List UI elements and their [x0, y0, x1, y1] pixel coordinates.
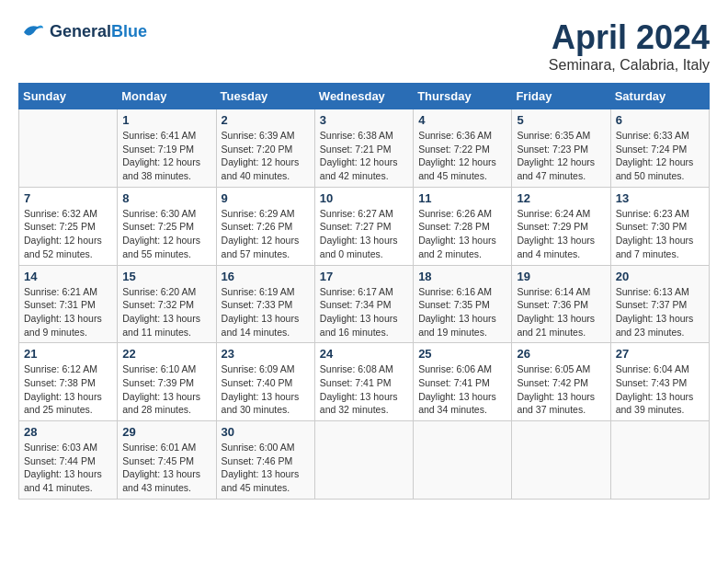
- day-number: 25: [418, 347, 506, 361]
- day-number: 27: [616, 347, 704, 361]
- calendar-cell: [19, 109, 118, 188]
- day-info: Sunrise: 6:08 AMSunset: 7:41 PMDaylight:…: [320, 362, 408, 417]
- calendar-cell: 21Sunrise: 6:12 AMSunset: 7:38 PMDayligh…: [19, 343, 118, 421]
- calendar-cell: 14Sunrise: 6:21 AMSunset: 7:31 PMDayligh…: [19, 265, 118, 343]
- calendar-cell: 13Sunrise: 6:23 AMSunset: 7:30 PMDayligh…: [610, 187, 709, 265]
- day-number: 28: [24, 425, 112, 439]
- day-of-week-header: Friday: [512, 84, 610, 109]
- calendar-cell: 3Sunrise: 6:38 AMSunset: 7:21 PMDaylight…: [314, 109, 413, 188]
- calendar-cell: 16Sunrise: 6:19 AMSunset: 7:33 PMDayligh…: [216, 265, 314, 343]
- day-number: 7: [24, 191, 112, 205]
- title-block: April 2024 Seminara, Calabria, Italy: [549, 18, 710, 74]
- day-info: Sunrise: 6:12 AMSunset: 7:38 PMDaylight:…: [24, 362, 112, 417]
- calendar-cell: 20Sunrise: 6:13 AMSunset: 7:37 PMDayligh…: [610, 265, 709, 343]
- calendar-cell: 12Sunrise: 6:24 AMSunset: 7:29 PMDayligh…: [512, 187, 610, 265]
- day-of-week-header: Tuesday: [216, 84, 314, 109]
- day-number: 8: [122, 191, 210, 205]
- calendar-week-row: 21Sunrise: 6:12 AMSunset: 7:38 PMDayligh…: [19, 343, 710, 421]
- calendar-cell: 9Sunrise: 6:29 AMSunset: 7:26 PMDaylight…: [216, 187, 314, 265]
- day-number: 18: [418, 270, 506, 283]
- calendar-cell: 4Sunrise: 6:36 AMSunset: 7:22 PMDaylight…: [414, 109, 512, 188]
- day-info: Sunrise: 6:13 AMSunset: 7:37 PMDaylight:…: [616, 285, 704, 339]
- month-title: April 2024: [549, 18, 710, 57]
- day-info: Sunrise: 6:19 AMSunset: 7:33 PMDaylight:…: [222, 285, 310, 339]
- calendar-cell: 23Sunrise: 6:09 AMSunset: 7:40 PMDayligh…: [216, 343, 314, 421]
- calendar-cell: [414, 421, 512, 500]
- day-info: Sunrise: 6:09 AMSunset: 7:40 PMDaylight:…: [222, 362, 310, 417]
- calendar-cell: 17Sunrise: 6:17 AMSunset: 7:34 PMDayligh…: [314, 265, 413, 343]
- day-number: 3: [320, 113, 408, 127]
- calendar-cell: 8Sunrise: 6:30 AMSunset: 7:25 PMDaylight…: [118, 187, 216, 265]
- day-info: Sunrise: 6:17 AMSunset: 7:34 PMDaylight:…: [320, 285, 408, 339]
- calendar-cell: 27Sunrise: 6:04 AMSunset: 7:43 PMDayligh…: [610, 343, 709, 421]
- calendar-cell: [314, 421, 413, 500]
- day-info: Sunrise: 6:04 AMSunset: 7:43 PMDaylight:…: [616, 362, 704, 417]
- day-of-week-header: Monday: [118, 84, 216, 109]
- day-of-week-header: Thursday: [414, 84, 512, 109]
- day-info: Sunrise: 6:23 AMSunset: 7:30 PMDaylight:…: [616, 207, 704, 261]
- day-number: 4: [418, 113, 506, 127]
- day-number: 29: [122, 425, 210, 439]
- day-info: Sunrise: 6:39 AMSunset: 7:20 PMDaylight:…: [222, 129, 310, 183]
- day-info: Sunrise: 6:36 AMSunset: 7:22 PMDaylight:…: [418, 129, 506, 183]
- day-of-week-header: Saturday: [610, 84, 709, 109]
- day-info: Sunrise: 6:30 AMSunset: 7:25 PMDaylight:…: [122, 207, 210, 261]
- day-info: Sunrise: 6:10 AMSunset: 7:39 PMDaylight:…: [122, 362, 210, 417]
- calendar-cell: 6Sunrise: 6:33 AMSunset: 7:24 PMDaylight…: [610, 109, 709, 188]
- day-number: 24: [320, 347, 408, 361]
- day-number: 6: [616, 113, 704, 127]
- day-info: Sunrise: 6:26 AMSunset: 7:28 PMDaylight:…: [418, 207, 506, 261]
- day-number: 20: [616, 270, 704, 283]
- day-number: 14: [24, 270, 112, 283]
- day-number: 2: [222, 113, 310, 127]
- day-number: 16: [222, 270, 310, 283]
- day-info: Sunrise: 6:20 AMSunset: 7:32 PMDaylight:…: [122, 285, 210, 339]
- logo-bird-icon: [18, 18, 46, 46]
- calendar-cell: 11Sunrise: 6:26 AMSunset: 7:28 PMDayligh…: [414, 187, 512, 265]
- day-info: Sunrise: 6:01 AMSunset: 7:45 PMDaylight:…: [122, 441, 210, 495]
- day-info: Sunrise: 6:21 AMSunset: 7:31 PMDaylight:…: [24, 285, 112, 339]
- calendar-cell: 10Sunrise: 6:27 AMSunset: 7:27 PMDayligh…: [314, 187, 413, 265]
- days-of-week-row: SundayMondayTuesdayWednesdayThursdayFrid…: [19, 84, 710, 109]
- day-of-week-header: Wednesday: [314, 84, 413, 109]
- day-number: 19: [517, 270, 605, 283]
- calendar-cell: 30Sunrise: 6:00 AMSunset: 7:46 PMDayligh…: [216, 421, 314, 500]
- day-of-week-header: Sunday: [19, 84, 118, 109]
- day-number: 10: [320, 191, 408, 205]
- day-info: Sunrise: 6:05 AMSunset: 7:42 PMDaylight:…: [517, 362, 605, 417]
- calendar-week-row: 7Sunrise: 6:32 AMSunset: 7:25 PMDaylight…: [19, 187, 710, 265]
- calendar-week-row: 1Sunrise: 6:41 AMSunset: 7:19 PMDaylight…: [19, 109, 710, 188]
- day-number: 21: [24, 347, 112, 361]
- day-info: Sunrise: 6:33 AMSunset: 7:24 PMDaylight:…: [616, 129, 704, 183]
- calendar-cell: 29Sunrise: 6:01 AMSunset: 7:45 PMDayligh…: [118, 421, 216, 500]
- day-number: 17: [320, 270, 408, 283]
- calendar-cell: 7Sunrise: 6:32 AMSunset: 7:25 PMDaylight…: [19, 187, 118, 265]
- day-number: 12: [517, 191, 605, 205]
- day-number: 13: [616, 191, 704, 205]
- calendar-cell: 2Sunrise: 6:39 AMSunset: 7:20 PMDaylight…: [216, 109, 314, 188]
- day-info: Sunrise: 6:27 AMSunset: 7:27 PMDaylight:…: [320, 207, 408, 261]
- day-info: Sunrise: 6:14 AMSunset: 7:36 PMDaylight:…: [517, 285, 605, 339]
- day-info: Sunrise: 6:32 AMSunset: 7:25 PMDaylight:…: [24, 207, 112, 261]
- day-info: Sunrise: 6:16 AMSunset: 7:35 PMDaylight:…: [418, 285, 506, 339]
- calendar-cell: 24Sunrise: 6:08 AMSunset: 7:41 PMDayligh…: [314, 343, 413, 421]
- day-number: 9: [222, 191, 310, 205]
- calendar-cell: [610, 421, 709, 500]
- day-info: Sunrise: 6:00 AMSunset: 7:46 PMDaylight:…: [222, 441, 310, 495]
- day-info: Sunrise: 6:35 AMSunset: 7:23 PMDaylight:…: [517, 129, 605, 183]
- logo-text: GeneralBlue: [50, 23, 147, 41]
- day-number: 22: [122, 347, 210, 361]
- calendar-cell: 5Sunrise: 6:35 AMSunset: 7:23 PMDaylight…: [512, 109, 610, 188]
- day-number: 5: [517, 113, 605, 127]
- day-info: Sunrise: 6:03 AMSunset: 7:44 PMDaylight:…: [24, 441, 112, 495]
- calendar-cell: 22Sunrise: 6:10 AMSunset: 7:39 PMDayligh…: [118, 343, 216, 421]
- day-info: Sunrise: 6:24 AMSunset: 7:29 PMDaylight:…: [517, 207, 605, 261]
- day-number: 15: [122, 270, 210, 283]
- page-header: GeneralBlue April 2024 Seminara, Calabri…: [18, 18, 710, 74]
- calendar-cell: 26Sunrise: 6:05 AMSunset: 7:42 PMDayligh…: [512, 343, 610, 421]
- day-info: Sunrise: 6:41 AMSunset: 7:19 PMDaylight:…: [122, 129, 210, 183]
- logo: GeneralBlue: [18, 18, 147, 46]
- calendar-cell: [512, 421, 610, 500]
- calendar-cell: 19Sunrise: 6:14 AMSunset: 7:36 PMDayligh…: [512, 265, 610, 343]
- location-text: Seminara, Calabria, Italy: [549, 57, 710, 74]
